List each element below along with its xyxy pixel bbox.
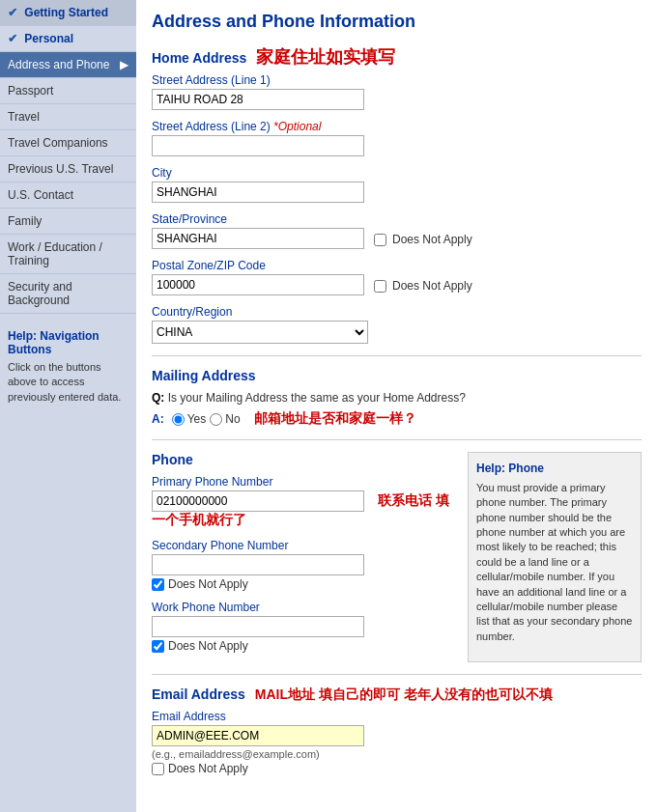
home-address-annotation: 家庭住址如实填写 [256, 45, 395, 69]
sidebar-item-travel[interactable]: Travel [0, 104, 136, 130]
sidebar-help-text: Click on the buttons above to access pre… [8, 360, 129, 405]
postal-row: Does Not Apply [152, 274, 642, 295]
sidebar-item-travel-companions[interactable]: Travel Companions [0, 130, 136, 156]
sidebar-item-personal[interactable]: ✔ Personal [0, 26, 136, 52]
email-section-title: Email Address [152, 686, 245, 702]
phone-title: Phone [152, 452, 456, 467]
work-phone-group: Work Phone Number Does Not Apply [152, 601, 456, 653]
secondary-phone-label: Secondary Phone Number [152, 539, 456, 552]
email-header-row: Email Address MAIL地址 填自己的即可 老年人没有的也可以不填 [152, 686, 642, 710]
sidebar-item-family[interactable]: Family [0, 209, 136, 235]
street1-label: Street Address (Line 1) [152, 73, 642, 87]
city-input[interactable] [152, 182, 364, 203]
mailing-no-radio[interactable] [210, 413, 222, 426]
email-group: Email Address (e.g., emailaddress@exampl… [152, 710, 642, 775]
postal-label: Postal Zone/ZIP Code [152, 259, 642, 272]
home-address-header: Home Address 家庭住址如实填写 [152, 45, 642, 73]
city-label: City [152, 166, 642, 180]
email-does-not-apply-checkbox[interactable] [152, 763, 164, 775]
phone-help-text: You must provide a primary phone number.… [476, 481, 633, 644]
work-phone-input[interactable] [152, 616, 364, 637]
secondary-does-not-apply-label: Does Not Apply [168, 577, 248, 591]
phone-section: Phone Primary Phone Number 联系电话 填一个手机就行了… [152, 452, 642, 662]
email-label: Email Address [152, 710, 642, 723]
state-does-not-apply-label: Does Not Apply [392, 233, 472, 246]
email-annotation: MAIL地址 填自己的即可 老年人没有的也可以不填 [255, 686, 553, 704]
primary-phone-group: Primary Phone Number 联系电话 填一个手机就行了 [152, 475, 456, 529]
divider-3 [152, 674, 642, 675]
secondary-does-not-apply-checkbox[interactable] [152, 578, 164, 591]
sidebar-item-previous-us-travel[interactable]: Previous U.S. Travel [0, 156, 136, 182]
city-group: City [152, 166, 642, 203]
work-phone-label: Work Phone Number [152, 601, 456, 614]
work-does-not-apply-label: Does Not Apply [168, 639, 248, 653]
country-label: Country/Region [152, 305, 642, 319]
work-does-not-apply-row: Does Not Apply [152, 639, 456, 653]
street2-input[interactable] [152, 135, 364, 156]
phone-help-box: Help: Phone You must provide a primary p… [468, 452, 642, 662]
secondary-phone-input[interactable] [152, 554, 364, 575]
sidebar-item-us-contact[interactable]: U.S. Contact [0, 182, 136, 209]
mailing-no-label[interactable]: No [210, 412, 240, 426]
street1-input[interactable] [152, 89, 364, 110]
answer-label: A: [152, 412, 164, 426]
primary-phone-label: Primary Phone Number [152, 475, 456, 489]
mailing-yes-radio[interactable] [172, 413, 185, 426]
sidebar-help: Help: Navigation Buttons Click on the bu… [0, 322, 136, 412]
state-does-not-apply-checkbox[interactable] [374, 234, 386, 246]
country-select[interactable]: CHINA UNITED STATES OTHER [152, 321, 368, 344]
sidebar-item-getting-started[interactable]: ✔ Getting Started [0, 0, 136, 26]
email-input[interactable] [152, 725, 364, 746]
page-title: Address and Phone Information [152, 12, 642, 32]
primary-phone-input[interactable] [152, 490, 364, 512]
postal-group: Postal Zone/ZIP Code Does Not Apply [152, 259, 642, 295]
work-does-not-apply-checkbox[interactable] [152, 640, 164, 653]
email-placeholder-hint: (e.g., emailaddress@example.com) [152, 748, 642, 760]
state-does-not-apply-row: Does Not Apply [374, 233, 472, 246]
state-group: State/Province Does Not Apply [152, 212, 642, 249]
sidebar-item-passport[interactable]: Passport [0, 78, 136, 104]
phone-help-title: Help: Phone [476, 461, 633, 477]
checkmark-icon: ✔ [8, 32, 17, 45]
mailing-yes-label[interactable]: Yes [172, 412, 207, 426]
postal-does-not-apply-label: Does Not Apply [392, 279, 472, 293]
postal-does-not-apply-checkbox[interactable] [374, 280, 386, 293]
sidebar-item-work-education[interactable]: Work / Education / Training [0, 235, 136, 274]
email-does-not-apply-label: Does Not Apply [168, 762, 248, 775]
street2-group: Street Address (Line 2) *Optional [152, 120, 642, 156]
mailing-answer-row: A: Yes No 邮箱地址是否和家庭一样？ [152, 410, 642, 428]
secondary-phone-group: Secondary Phone Number Does Not Apply [152, 539, 456, 591]
mailing-question: Q: Is your Mailing Address the same as y… [152, 391, 642, 405]
sidebar-item-security-background[interactable]: Security and Background [0, 274, 136, 314]
sidebar-item-address-and-phone[interactable]: Address and Phone ▶ [0, 52, 136, 78]
postal-input[interactable] [152, 274, 364, 295]
state-label: State/Province [152, 212, 642, 226]
main-content: Address and Phone Information Home Addre… [136, 0, 657, 812]
street1-group: Street Address (Line 1) [152, 73, 642, 110]
sidebar-help-title: Help: Navigation Buttons [8, 329, 129, 356]
street2-label: Street Address (Line 2) *Optional [152, 120, 642, 133]
arrow-right-icon: ▶ [120, 58, 129, 71]
secondary-does-not-apply-row: Does Not Apply [152, 577, 456, 591]
postal-does-not-apply-row: Does Not Apply [374, 279, 472, 293]
state-input[interactable] [152, 228, 364, 249]
home-address-title: Home Address [152, 50, 246, 66]
divider-1 [152, 355, 642, 356]
mailing-address-title: Mailing Address [152, 368, 642, 383]
sidebar: ✔ Getting Started ✔ Personal Address and… [0, 0, 136, 812]
phone-form: Phone Primary Phone Number 联系电话 填一个手机就行了… [152, 452, 456, 662]
country-group: Country/Region CHINA UNITED STATES OTHER [152, 305, 642, 344]
checkmark-icon: ✔ [8, 6, 17, 19]
state-row: Does Not Apply [152, 228, 642, 249]
mailing-annotation: 邮箱地址是否和家庭一样？ [254, 410, 416, 428]
divider-2 [152, 439, 642, 440]
email-does-not-apply-row: Does Not Apply [152, 762, 642, 775]
